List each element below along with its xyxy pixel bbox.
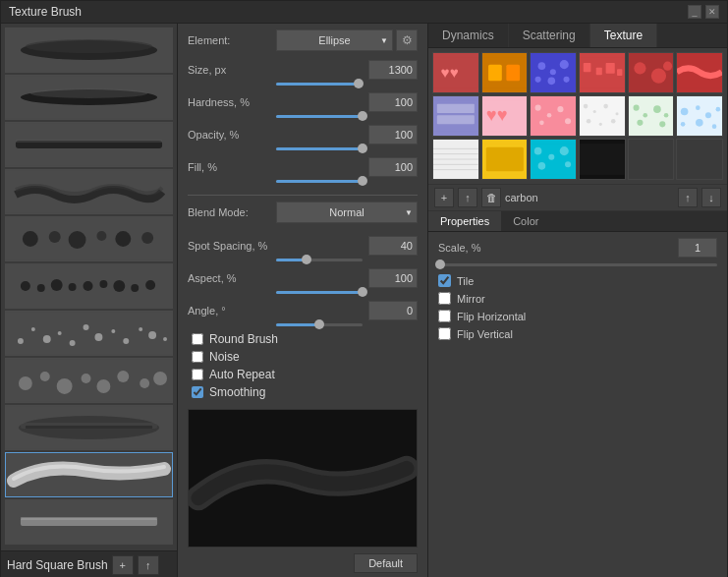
svg-point-36	[123, 338, 129, 344]
texture-cell[interactable]	[530, 52, 577, 93]
texture-cell[interactable]	[530, 139, 577, 180]
svg-point-108	[696, 105, 700, 110]
texture-cell[interactable]	[676, 95, 723, 137]
scale-slider[interactable]	[438, 263, 717, 266]
svg-point-11	[23, 231, 38, 247]
add-texture-button[interactable]: +	[434, 188, 454, 207]
scale-slider-thumb	[435, 260, 445, 269]
svg-rect-121	[485, 147, 523, 171]
svg-point-112	[696, 119, 703, 127]
mirror-checkbox[interactable]	[438, 292, 451, 305]
fill-slider[interactable]	[276, 180, 363, 183]
svg-point-125	[560, 146, 569, 155]
round-brush-label: Round Brush	[209, 332, 278, 346]
element-gear-button[interactable]: ⚙	[396, 29, 418, 51]
svg-rect-129	[580, 144, 625, 175]
brush-item[interactable]	[5, 169, 173, 214]
aspect-value[interactable]: 100	[368, 268, 418, 288]
hardness-slider[interactable]	[276, 115, 363, 118]
angle-slider[interactable]	[276, 323, 363, 326]
texture-cell[interactable]	[628, 139, 675, 180]
flip-vertical-row: Flip Vertical	[438, 327, 717, 340]
opacity-value[interactable]: 100	[368, 125, 418, 144]
fill-value[interactable]: 100	[368, 157, 418, 177]
spot-spacing-slider[interactable]	[276, 259, 363, 261]
tab-texture[interactable]: Texture	[590, 24, 657, 47]
download-texture-button[interactable]: ↓	[701, 188, 721, 207]
tab-color[interactable]: Color	[501, 211, 550, 231]
brush-item[interactable]	[5, 216, 173, 261]
brush-item[interactable]	[5, 405, 173, 450]
round-brush-checkbox[interactable]	[192, 333, 203, 345]
default-button[interactable]: Default	[354, 553, 418, 573]
size-slider[interactable]	[276, 83, 363, 86]
svg-point-109	[705, 112, 711, 118]
size-value[interactable]: 1300	[368, 60, 418, 80]
smoothing-checkbox[interactable]	[192, 386, 203, 398]
texture-cell[interactable]	[676, 52, 723, 93]
hardness-value[interactable]: 100	[368, 92, 418, 112]
texture-cell[interactable]	[530, 95, 577, 137]
svg-point-76	[634, 62, 645, 74]
svg-rect-56	[21, 517, 157, 520]
texture-toolbar: + ↑ 🗑 carbon ↑ ↓	[428, 184, 727, 211]
aspect-row: Aspect, % 100	[188, 267, 418, 289]
svg-point-48	[153, 372, 167, 385]
texture-cell[interactable]	[579, 139, 626, 180]
brush-item[interactable]	[5, 75, 173, 120]
close-button[interactable]: ✕	[705, 5, 719, 19]
brush-item[interactable]	[5, 499, 173, 545]
opacity-slider[interactable]	[276, 147, 363, 150]
tab-dynamics[interactable]: Dynamics	[428, 24, 509, 47]
mirror-label: Mirror	[457, 293, 485, 305]
flip-horizontal-checkbox[interactable]	[438, 310, 451, 322]
svg-point-39	[163, 337, 167, 341]
add-brush-button[interactable]: +	[112, 555, 134, 575]
import-texture-button[interactable]: ↑	[458, 188, 477, 207]
spot-spacing-value[interactable]: 40	[368, 236, 418, 256]
export-texture-button[interactable]: ↑	[678, 188, 698, 207]
texture-cell[interactable]	[676, 139, 723, 180]
noise-checkbox[interactable]	[192, 351, 203, 363]
tab-scattering[interactable]: Scattering	[509, 24, 590, 47]
texture-cell[interactable]	[432, 139, 479, 180]
top-tabs: Dynamics Scattering Texture	[428, 24, 727, 48]
svg-point-100	[633, 105, 639, 111]
brush-item[interactable]	[5, 311, 173, 356]
svg-rect-8	[16, 140, 162, 143]
aspect-slider[interactable]	[276, 291, 363, 294]
blend-mode-dropdown[interactable]: Normal	[276, 202, 418, 223]
brush-item[interactable]	[5, 263, 173, 309]
texture-cell[interactable]: ♥♥	[432, 52, 479, 93]
texture-cell[interactable]	[481, 52, 529, 93]
svg-point-65	[550, 69, 556, 75]
minimize-button[interactable]: _	[688, 5, 701, 19]
scale-value[interactable]: 1	[678, 238, 717, 258]
flip-vertical-checkbox[interactable]	[438, 327, 451, 340]
brush-item[interactable]	[5, 452, 173, 497]
brush-item[interactable]	[5, 358, 173, 403]
svg-point-77	[650, 68, 665, 83]
brush-item[interactable]	[5, 28, 173, 73]
texture-cell[interactable]	[481, 139, 529, 180]
svg-point-96	[587, 119, 591, 124]
svg-point-95	[616, 112, 619, 115]
tab-properties[interactable]: Properties	[428, 211, 501, 231]
element-dropdown[interactable]: Ellipse	[276, 29, 393, 51]
texture-cell[interactable]	[579, 52, 626, 93]
texture-cell[interactable]	[579, 95, 626, 137]
auto-repeat-checkbox[interactable]	[192, 369, 203, 380]
hardness-slider-row	[188, 115, 418, 118]
texture-cell[interactable]	[628, 52, 675, 93]
texture-cell[interactable]	[432, 95, 479, 137]
texture-cell[interactable]: ♥♥	[481, 95, 529, 137]
upload-brush-button[interactable]: ↑	[138, 555, 159, 575]
svg-point-22	[84, 281, 93, 291]
tile-checkbox[interactable]	[438, 274, 451, 287]
angle-value[interactable]: 0	[368, 301, 418, 320]
delete-texture-button[interactable]: 🗑	[481, 188, 501, 207]
brush-item[interactable]	[5, 122, 173, 167]
aspect-label: Aspect, %	[188, 272, 276, 284]
texture-cell[interactable]	[628, 95, 675, 137]
size-row: Size, px 1300	[188, 59, 418, 81]
